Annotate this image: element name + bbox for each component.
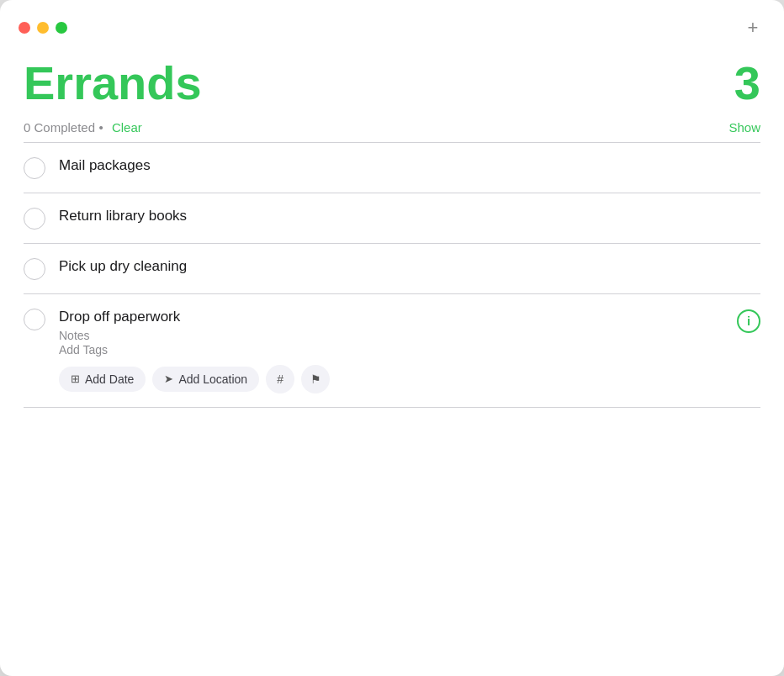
tag-icon: #: [277, 372, 283, 386]
task-content: Mail packages: [59, 156, 760, 176]
location-icon: ➤: [164, 372, 173, 385]
task-checkbox[interactable]: [24, 258, 45, 280]
add-date-label: Add Date: [85, 372, 134, 386]
add-date-button[interactable]: ⊞ Add Date: [59, 367, 146, 392]
calendar-icon: ⊞: [71, 372, 80, 385]
task-info-button[interactable]: i: [737, 309, 760, 333]
flag-icon: ⚑: [310, 372, 321, 386]
app-window: + Errands 3 0 Completed • Clear Show Mai…: [0, 0, 784, 676]
list-header: Errands 3: [0, 49, 784, 108]
task-title: Mail packages: [59, 156, 760, 176]
task-title: Pick up dry cleaning: [59, 257, 760, 277]
title-bar: +: [0, 0, 784, 49]
task-content: Pick up dry cleaning: [59, 257, 760, 277]
task-list: Mail packages Return library books Pick …: [0, 143, 784, 408]
list-title: Errands: [24, 59, 202, 108]
separator: •: [99, 120, 107, 135]
traffic-lights: [19, 22, 67, 34]
completed-count: 0 Completed: [24, 120, 95, 135]
minimize-button[interactable]: [37, 22, 49, 34]
completed-status: 0 Completed • Clear: [24, 120, 142, 135]
list-count: 3: [734, 59, 760, 108]
task-item: Return library books: [24, 193, 760, 244]
task-checkbox[interactable]: [24, 157, 45, 179]
task-content: Drop off paperwork Notes Add Tags ⊞ Add …: [59, 308, 737, 393]
show-button[interactable]: Show: [728, 120, 760, 135]
status-row: 0 Completed • Clear Show: [0, 108, 784, 142]
task-add-tags[interactable]: Add Tags: [59, 343, 737, 356]
clear-button[interactable]: Clear: [112, 120, 142, 135]
task-item: Pick up dry cleaning: [24, 244, 760, 294]
add-location-label: Add Location: [178, 372, 247, 386]
add-location-button[interactable]: ➤ Add Location: [152, 367, 259, 392]
close-button[interactable]: [19, 22, 30, 34]
maximize-button[interactable]: [56, 22, 67, 34]
tag-button[interactable]: #: [266, 365, 294, 393]
task-checkbox[interactable]: [24, 208, 45, 230]
task-item: Mail packages: [24, 143, 760, 193]
flag-button[interactable]: ⚑: [301, 365, 330, 393]
add-task-button[interactable]: +: [740, 15, 765, 40]
task-item-expanded: Drop off paperwork Notes Add Tags ⊞ Add …: [24, 294, 760, 408]
task-actions: ⊞ Add Date ➤ Add Location # ⚑: [59, 365, 737, 393]
task-checkbox[interactable]: [24, 309, 45, 330]
task-title: Drop off paperwork: [59, 308, 737, 327]
task-content: Return library books: [59, 207, 760, 226]
task-notes[interactable]: Notes: [59, 329, 737, 342]
info-icon: i: [747, 314, 750, 328]
task-title: Return library books: [59, 207, 760, 226]
